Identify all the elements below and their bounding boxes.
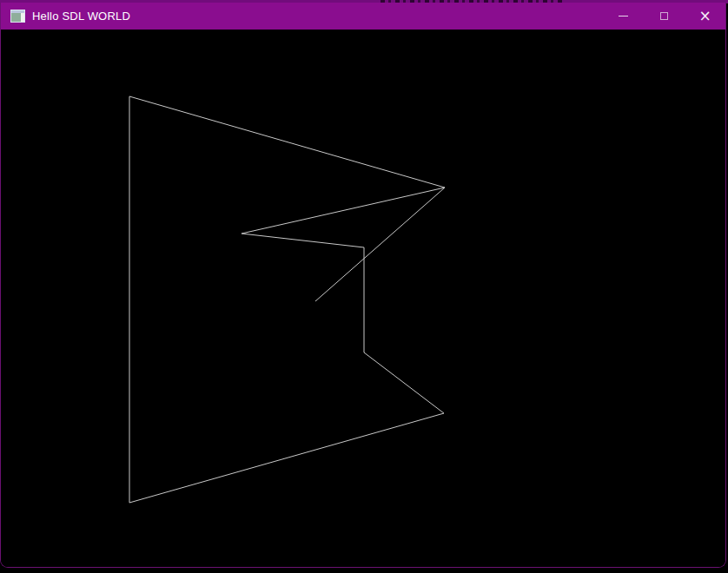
minimize-button[interactable]	[603, 3, 644, 30]
sdl-render-canvas[interactable]	[1, 30, 725, 567]
desktop-stage: Hello SDL WORLD ×	[0, 0, 728, 573]
maximize-button[interactable]	[644, 3, 685, 30]
app-icon	[10, 10, 25, 23]
window-controls: ×	[603, 3, 725, 30]
titlebar[interactable]: Hello SDL WORLD ×	[1, 3, 725, 30]
close-icon: ×	[698, 9, 711, 23]
sdl-app-window: Hello SDL WORLD ×	[0, 3, 726, 568]
close-button[interactable]: ×	[685, 3, 725, 30]
app-icon-right-panel	[21, 13, 24, 22]
maximize-icon	[660, 12, 668, 20]
minimize-icon	[619, 16, 628, 16]
window-title: Hello SDL WORLD	[32, 10, 130, 23]
